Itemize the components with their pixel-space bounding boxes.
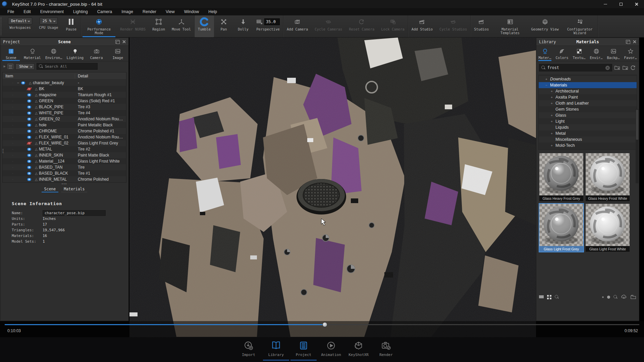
lock-camera-button[interactable]: Lock Camera (378, 15, 408, 37)
expander-icon[interactable]: + (551, 132, 555, 135)
search-library-icon[interactable] (613, 295, 618, 299)
visibility-eye-icon[interactable] (27, 166, 32, 169)
splitter-dots[interactable]: ••• (0, 183, 128, 186)
material-templates-button[interactable]: Material Templates (492, 15, 528, 37)
expander-icon[interactable]: + (551, 102, 555, 105)
library-tree-row[interactable]: + Cloth and Leather (539, 100, 637, 106)
scene-tree-row[interactable]: · △ GREEN_02 Anodized Niobium Rou… (3, 116, 126, 122)
cycle-studios-button[interactable]: Cycle Studios (436, 15, 470, 37)
menu-item[interactable]: Lighting (69, 9, 92, 15)
maximize-button[interactable] (613, 0, 629, 8)
add-studio-button[interactable]: Add Studio (408, 15, 436, 37)
tab-textures[interactable]: Textu… (571, 46, 588, 61)
expander-icon[interactable]: + (545, 77, 549, 81)
animation-button[interactable]: Animation (317, 337, 345, 362)
material-thumbnail[interactable]: Glass Heavy Frost Grey (539, 153, 583, 201)
tab-material[interactable]: Material (22, 46, 43, 61)
material-thumbnail[interactable]: Glass Light Frost White (586, 204, 630, 252)
tab-environment[interactable]: Environ… (43, 46, 64, 61)
perspective-value-input[interactable] (264, 18, 280, 25)
tab-favorites[interactable]: Favor… (622, 46, 639, 61)
visibility-eye-icon[interactable] (27, 94, 32, 97)
expander-icon[interactable]: + (551, 89, 555, 93)
visibility-eye-icon[interactable] (27, 124, 32, 127)
subtab-scene[interactable]: Scene (41, 186, 59, 192)
library-tree-row[interactable]: Liquids (539, 124, 637, 130)
cpu-usage-dropdown[interactable]: 25 % (40, 17, 58, 24)
scene-tree-row[interactable]: · − △ character_beauty - (3, 80, 126, 86)
undock-panel-icon[interactable] (626, 40, 630, 44)
menu-item[interactable]: Help (204, 9, 221, 15)
viewport-3d[interactable] (129, 38, 536, 337)
visibility-eye-icon[interactable] (27, 178, 32, 181)
scene-tree-row[interactable]: · △ WHITE_PIPE Tire #4 (3, 110, 126, 116)
scene-tree-row[interactable]: · △ CHROME Chrome Polished #1 (3, 128, 126, 134)
toolbar-grip-handle[interactable] (1, 17, 4, 35)
library-tree-row[interactable]: + Metal (539, 130, 637, 136)
library-tree-row[interactable]: + Mold-Tech (539, 142, 637, 148)
library-tree-row[interactable]: + Axalta Paint (539, 94, 637, 100)
import-button[interactable]: Import (235, 337, 262, 362)
menu-item[interactable]: File (3, 9, 18, 15)
tab-backplates[interactable]: Backp… (605, 46, 622, 61)
project-button[interactable]: Project (290, 337, 317, 362)
menu-item[interactable]: Camera (93, 9, 116, 15)
tab-camera[interactable]: Camera (86, 46, 107, 61)
studios-button[interactable]: Studios (471, 15, 492, 37)
expander-icon[interactable]: − (545, 83, 549, 87)
tab-colors[interactable]: Colors (553, 46, 571, 61)
grid-view-icon[interactable] (547, 295, 551, 299)
menu-item[interactable]: Environment (36, 9, 68, 15)
library-tree-row[interactable]: − Materials (539, 82, 637, 88)
material-thumbnail[interactable]: Glass Heavy Frost White (586, 153, 630, 201)
refresh-icon[interactable] (630, 65, 636, 71)
material-thumbnail[interactable]: Glass Light Frost Grey (539, 204, 583, 252)
tab-scene[interactable]: Scene (0, 46, 22, 61)
configurator-wizard-button[interactable]: Configurator Wizard (562, 15, 598, 37)
visibility-eye-icon[interactable] (27, 106, 32, 109)
pan-button[interactable]: Pan (214, 15, 233, 37)
library-scrollbar[interactable] (636, 109, 639, 183)
visibility-eye-icon[interactable] (27, 130, 32, 133)
expander-icon[interactable]: + (551, 96, 555, 99)
visibility-eye-icon[interactable] (27, 148, 32, 151)
cloud-download-icon[interactable] (621, 294, 627, 300)
render-button[interactable]: Render (372, 337, 400, 362)
scene-tree-row[interactable]: · △ INNER_SKIN Paint Matte Black (3, 152, 126, 158)
small-size-dot-icon[interactable] (602, 296, 604, 298)
scene-tree-row[interactable]: · △ FLEX_WIRE_01 Anodized Niobium Rou… (3, 134, 126, 140)
scene-tree-row[interactable]: · △ INNER_METAL Chrome Polished (3, 176, 126, 182)
tab-environments[interactable]: Envir… (588, 46, 605, 61)
tree-options-icon[interactable] (7, 64, 13, 69)
library-tree-row[interactable]: + Architectural (539, 88, 637, 94)
geometry-view-button[interactable]: Geometry View (528, 15, 562, 37)
column-item[interactable]: Item (3, 74, 75, 78)
visibility-eye-icon[interactable] (27, 142, 32, 145)
keyshotxr-button[interactable]: KeyShotXR (345, 337, 372, 362)
import-folder-icon[interactable] (622, 65, 628, 71)
scene-tree-row[interactable]: · △ GREEN Glass (Solid) Red #1 (3, 98, 126, 104)
tumble-button[interactable]: Tumble (195, 15, 214, 37)
scene-search-input[interactable] (45, 64, 95, 69)
minimize-button[interactable] (598, 0, 613, 8)
dolly-button[interactable]: Dolly (233, 15, 253, 37)
visibility-eye-icon[interactable] (27, 160, 32, 163)
close-button[interactable] (629, 0, 644, 8)
scene-tree-row[interactable]: · △ BLACK_PIPE Tire #3 (3, 104, 126, 110)
scene-tree-row[interactable]: · △ magazine Titanium Rough #1 (3, 92, 126, 98)
library-tree-row[interactable]: Miscellaneous (539, 136, 637, 142)
clear-search-icon[interactable] (605, 66, 610, 70)
visibility-eye-icon[interactable] (27, 154, 32, 157)
scene-tree-row[interactable]: · △ METAL Tire #2 (3, 146, 126, 152)
visibility-eye-icon[interactable] (27, 172, 32, 175)
close-panel-icon[interactable] (122, 40, 126, 44)
tab-lighting[interactable]: Lighting (64, 46, 86, 61)
cycle-cameras-button[interactable]: Cycle Cameras (311, 15, 345, 37)
library-tree-row[interactable]: + Glass (539, 112, 637, 118)
library-search-input[interactable] (547, 65, 603, 70)
menu-item[interactable]: View (162, 9, 179, 15)
workspaces-dropdown[interactable]: Default (8, 17, 32, 24)
expander-icon[interactable]: + (551, 114, 555, 117)
pause-button[interactable]: Pause (61, 15, 81, 37)
scene-tree-row[interactable]: · △ hole Paint Metallic Black (3, 122, 126, 128)
